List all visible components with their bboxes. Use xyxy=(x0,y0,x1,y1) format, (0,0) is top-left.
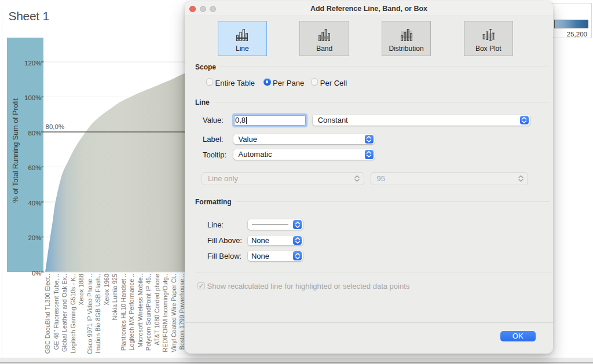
svg-text:Cisco 9971 IP Video Phone ..: Cisco 9971 IP Video Phone .. xyxy=(86,274,93,354)
svg-text:Vinyl Coated Wire Paper Cl..: Vinyl Coated Wire Paper Cl.. xyxy=(170,274,177,352)
svg-text:80,0%: 80,0% xyxy=(46,123,65,130)
svg-text:AT&T 1080 Corded phone: AT&T 1080 Corded phone xyxy=(153,274,160,345)
svg-text:20%: 20% xyxy=(28,234,41,241)
svg-text:Polycom SoundPoint IP 45..: Polycom SoundPoint IP 45.. xyxy=(145,274,152,351)
svg-text:Xerox 1888: Xerox 1888 xyxy=(78,274,85,306)
svg-text:100%: 100% xyxy=(24,94,41,101)
svg-text:Logitech MX Performance ..: Logitech MX Performance .. xyxy=(128,274,135,350)
svg-text:60%: 60% xyxy=(28,164,41,171)
svg-text:% of Total Running Sum of Prof: % of Total Running Sum of Profit xyxy=(12,98,20,203)
svg-text:Nokia Lumia 925: Nokia Lumia 925 xyxy=(111,274,118,320)
svg-text:Global Leather and Oak Ex..: Global Leather and Oak Ex.. xyxy=(61,274,68,352)
svg-text:GBC DocuBind TL300 Elect..: GBC DocuBind TL300 Elect.. xyxy=(44,274,51,354)
svg-text:Xerox 1960: Xerox 1960 xyxy=(103,274,110,306)
svg-text:Logitech Gaming G510s - K..: Logitech Gaming G510s - K.. xyxy=(69,274,76,354)
svg-text:Microsoft Wireless Mobile..: Microsoft Wireless Mobile.. xyxy=(137,274,144,348)
svg-text:GE 48" Fluorescent Tube, ..: GE 48" Fluorescent Tube, .. xyxy=(53,274,60,350)
svg-text:REDIFORM Incoming/Outg..: REDIFORM Incoming/Outg.. xyxy=(162,274,169,352)
svg-text:120%: 120% xyxy=(24,60,41,67)
svg-text:0%: 0% xyxy=(32,270,42,277)
svg-text:Plantronics HL10 Handset ..: Plantronics HL10 Handset .. xyxy=(120,274,127,351)
svg-text:40%: 40% xyxy=(28,200,41,207)
svg-text:80%: 80% xyxy=(28,130,41,137)
svg-text:Imation Bio 8GB USB Flash..: Imation Bio 8GB USB Flash.. xyxy=(94,274,101,354)
